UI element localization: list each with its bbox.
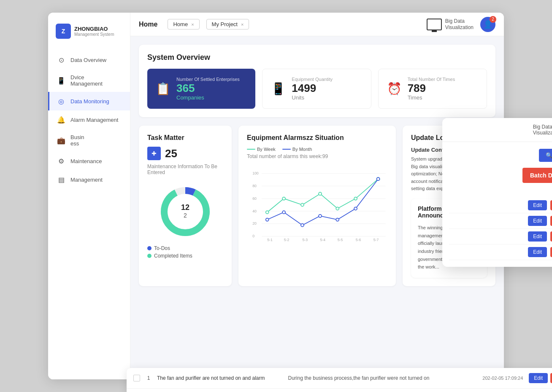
- legend-label-week: By Week: [257, 147, 276, 152]
- legend-by-week: By Week: [247, 147, 276, 152]
- stat-icon-companies: 📋: [156, 82, 170, 96]
- batch-deletion-button[interactable]: Batch Deletion: [522, 168, 552, 183]
- donut-chart: 12 2: [156, 182, 215, 241]
- alarm-legend: By Week By Month: [247, 147, 387, 152]
- logo-icon: Z: [56, 24, 71, 39]
- sidebar-item-label: Maintenance: [70, 158, 102, 164]
- btable-date-1: 202-02-05 17:09:24: [482, 376, 525, 381]
- svg-text:20: 20: [252, 221, 257, 226]
- edit-button-3[interactable]: Edit: [528, 231, 547, 242]
- svg-text:5-5: 5-5: [338, 238, 343, 242]
- sidebar-item-alarm-management[interactable]: 🔔 Alarm Management: [48, 110, 130, 129]
- sidebar-item-label: Data Overview: [70, 57, 106, 63]
- legend-label-month: By Month: [292, 147, 312, 152]
- edit-button-1[interactable]: Edit: [528, 200, 547, 210]
- stat-label-companies: Number Of Settled Enterprises: [176, 77, 240, 82]
- sidebar-item-device-management[interactable]: 📱 DviceManagement: [48, 69, 130, 92]
- logo-subtitle: Management System: [74, 32, 114, 37]
- legend-line-month: [282, 149, 291, 150]
- svg-point-32: [282, 211, 285, 214]
- btable-desc-1: The fan and purifier are not turned on a…: [157, 375, 284, 381]
- monitor-icon: [427, 19, 442, 30]
- deletion-button-4[interactable]: Deletion: [550, 247, 552, 257]
- donut-legend: To-Dos Completed Items: [147, 245, 192, 259]
- task-desc: Maintenance Information To Be Entered: [147, 164, 223, 175]
- floating-panel: Big DataVisualization 👤 2 🔍 Search Batch…: [442, 118, 552, 267]
- tab-my-project[interactable]: My Project ×: [206, 19, 249, 30]
- legend-line-week: [247, 149, 255, 150]
- btable-deletion-1[interactable]: Deletion: [550, 373, 552, 383]
- table-row: Edit Deletion: [449, 198, 552, 213]
- bigdata-label: Big DataVisualization: [445, 18, 474, 30]
- table-section: Operating Edit Deletion Edit Deletion Ed…: [449, 189, 552, 260]
- system-overview-title: System Overview: [147, 53, 487, 62]
- data-overview-icon: ⊙: [57, 56, 65, 64]
- monitoring-icon: ◎: [57, 97, 65, 105]
- svg-text:5-2: 5-2: [284, 238, 290, 242]
- avatar-wrap[interactable]: 👤 2: [480, 17, 495, 32]
- sidebar: Z ZHONGBIAO Management System ⊙ Data Ove…: [48, 13, 130, 379]
- svg-point-25: [282, 197, 285, 200]
- edit-button-4[interactable]: Edit: [528, 247, 547, 257]
- task-panel: Task Matter ✚ 25 Maintenance Information…: [139, 126, 232, 286]
- svg-point-27: [319, 192, 322, 195]
- sidebar-item-management[interactable]: ▤ Management: [48, 170, 130, 189]
- btable-row-2: 2 The purifier dose not turn on the alar…: [127, 389, 552, 392]
- operating-label: Operating: [449, 189, 552, 195]
- btable-edit-1[interactable]: Edit: [529, 373, 548, 383]
- svg-text:5-3: 5-3: [302, 238, 308, 242]
- search-icon: 🔍: [546, 152, 552, 158]
- floating-body: 🔍 Search Batch Deletion Operating Edit D…: [442, 142, 552, 267]
- svg-point-36: [354, 207, 357, 210]
- task-number: 25: [165, 147, 177, 160]
- svg-text:0: 0: [252, 234, 254, 238]
- svg-text:5-7: 5-7: [373, 238, 379, 242]
- tab-home-close[interactable]: ×: [191, 22, 194, 27]
- sidebar-item-maintenance[interactable]: ⚙ Maintenance: [48, 152, 130, 170]
- sidebar-item-data-monitoring[interactable]: ◎ Data Monitoring: [48, 92, 130, 110]
- stat-card-companies: 📋 Number Of Settled Enterprises 365 Comp…: [147, 69, 255, 109]
- tab-home-label: Home: [173, 21, 188, 27]
- edit-button-2[interactable]: Edit: [528, 216, 547, 226]
- sidebar-item-data-overview[interactable]: ⊙ Data Overview: [48, 51, 130, 69]
- btable-checkbox-1[interactable]: [133, 375, 140, 381]
- bottom-table: 1 The fan and purifier are not turned on…: [127, 368, 552, 392]
- svg-point-29: [354, 197, 357, 200]
- floating-bigdata-label: Big DataVisualization: [533, 124, 552, 136]
- legend-by-month: By Month: [282, 147, 312, 152]
- alarm-chart: 100 80 60 40 20 0: [247, 163, 387, 247]
- device-icon: 📱: [57, 76, 65, 85]
- svg-point-24: [266, 211, 269, 214]
- svg-point-35: [336, 218, 339, 221]
- sidebar-item-business[interactable]: 💼 Business: [48, 129, 130, 152]
- alarm-meta: Total number of alarms this week:99: [247, 153, 387, 159]
- svg-point-33: [301, 224, 304, 227]
- stat-label-units: Equipment Quantity: [292, 77, 333, 82]
- svg-text:100: 100: [252, 171, 259, 175]
- stat-card-times: ⏰ Total Number Of Times 789 Times: [378, 69, 487, 109]
- deletion-button-3[interactable]: Deletion: [550, 231, 552, 242]
- tab-my-project-close[interactable]: ×: [241, 22, 244, 27]
- deletion-button-1[interactable]: Deletion: [550, 200, 552, 210]
- sidebar-item-label: DviceManagement: [70, 74, 103, 87]
- business-icon: 💼: [57, 136, 65, 145]
- svg-point-2: [164, 191, 206, 233]
- svg-text:5-1: 5-1: [267, 238, 273, 242]
- sidebar-item-label: Management: [70, 177, 103, 183]
- avatar-badge: 2: [490, 16, 496, 23]
- sidebar-item-label: Business: [70, 134, 84, 147]
- deletion-button-2[interactable]: Deletion: [550, 216, 552, 226]
- table-row: Edit Deletion: [449, 244, 552, 260]
- search-button[interactable]: 🔍 Search: [539, 149, 552, 162]
- stat-card-units: 📱 Equipment Quantity 1499 Units: [262, 69, 371, 109]
- svg-text:12: 12: [181, 203, 189, 212]
- tab-home[interactable]: Home ×: [168, 19, 199, 30]
- btable-num-1: 1: [144, 375, 153, 381]
- legend-item-completed: Completed Items: [147, 253, 192, 259]
- tab-my-project-label: My Project: [212, 21, 238, 27]
- sidebar-item-label: Alarm Management: [70, 117, 118, 123]
- table-row: Edit Deletion: [449, 213, 552, 229]
- svg-point-34: [319, 215, 322, 217]
- svg-text:60: 60: [252, 196, 257, 201]
- alarm-panel: Equipment Alarmszz Situation By Week By …: [238, 126, 396, 286]
